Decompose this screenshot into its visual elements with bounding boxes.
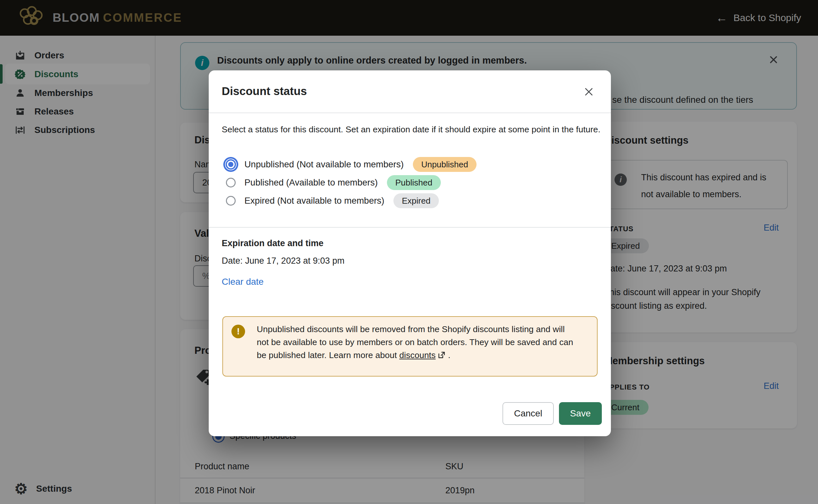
modal-header: Discount status	[209, 70, 611, 113]
cancel-button[interactable]: Cancel	[502, 402, 554, 425]
discounts-link[interactable]: discounts	[399, 350, 436, 360]
published-badge: Published	[387, 175, 441, 190]
modal-title: Discount status	[222, 85, 307, 98]
radio-option-published[interactable]: Published (Available to members) Publish…	[222, 174, 441, 192]
radio-selected-icon	[228, 162, 234, 167]
app-root: BLOOMCOMMERCE ← Back to Shopify Orders	[0, 0, 818, 504]
warning-text: Unpublished discounts will be removed fr…	[257, 323, 576, 363]
unpublished-badge: Unpublished	[413, 157, 477, 172]
close-icon[interactable]	[582, 85, 595, 98]
clear-date-link[interactable]: Clear date	[222, 277, 264, 287]
radio-option-expired[interactable]: Expired (Not available to members) Expir…	[222, 192, 439, 210]
discount-status-modal: Discount status Select a status for this…	[209, 70, 611, 436]
radio-option-unpublished[interactable]: Unpublished (Not available to members) U…	[222, 155, 476, 174]
warning-banner: ! Unpublished discounts will be removed …	[223, 316, 597, 377]
radio-unselected-icon	[226, 178, 236, 187]
expiration-date-text: Date: June 17, 2023 at 9:03 pm	[222, 256, 344, 266]
external-link-icon	[438, 350, 446, 363]
section-divider	[209, 227, 611, 228]
radio-unselected-icon	[226, 196, 236, 206]
modal-description: Select a status for this discount. Set a…	[222, 123, 606, 136]
expiration-heading: Expiration date and time	[222, 238, 324, 248]
expired-badge: Expired	[393, 193, 439, 208]
warning-icon: !	[232, 325, 245, 338]
save-button[interactable]: Save	[559, 402, 602, 425]
